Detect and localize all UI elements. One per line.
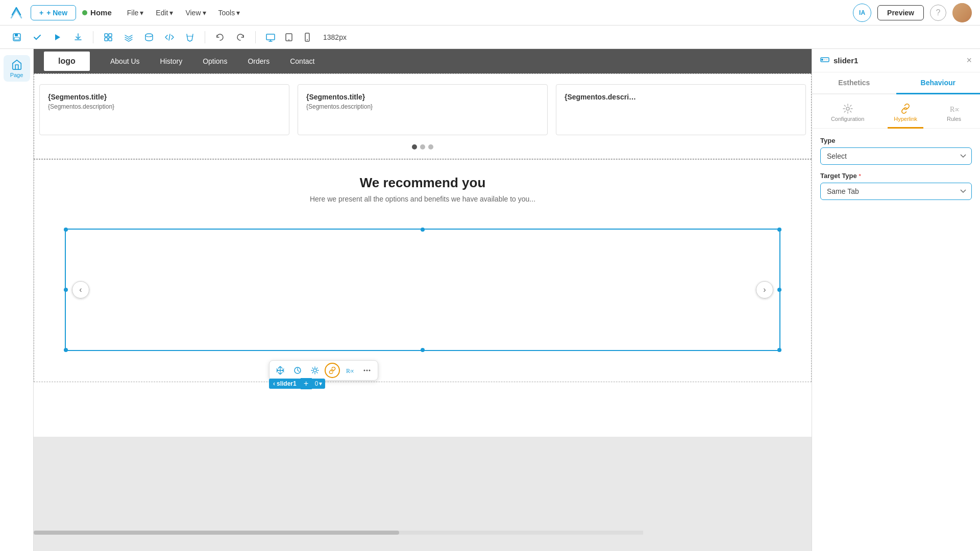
svg-point-16 [364,370,365,371]
ft-settings-button[interactable] [307,363,323,378]
html-button[interactable] [181,29,199,46]
slider1-add-button[interactable]: + [301,378,312,389]
svg-point-22 [826,59,827,60]
nav-orders[interactable]: Orders [237,49,280,73]
svg-rect-8 [266,34,275,40]
edit-menu[interactable]: Edit ▾ [151,7,178,19]
slider1-num[interactable]: 0 ▾ [312,379,326,389]
data-button[interactable] [140,29,158,46]
ft-hyperlink-button[interactable] [325,363,340,378]
svg-rect-4 [105,34,108,37]
subtab-rules[interactable]: R∞ Rules [941,101,967,129]
topbar-right: IA Preview ? [853,3,972,22]
home-indicator: Home [82,8,112,17]
required-indicator: * [859,173,861,179]
mobile-button[interactable] [299,29,316,46]
handle-bl[interactable] [64,348,68,352]
website-preview: logo About Us History Options Orders Con… [34,49,812,437]
panel-header: slider1 × [812,49,980,72]
panel-slider-icon [820,56,829,65]
nav-about[interactable]: About Us [100,49,150,73]
save-button[interactable] [8,29,26,46]
user-avatar[interactable] [952,3,972,22]
slider-next-button[interactable]: › [756,281,773,298]
sidebar-page-label: Page [10,72,23,78]
handle-br[interactable] [777,348,781,352]
ft-more-button[interactable] [359,363,375,378]
slider-dots [39,140,806,154]
app-logo[interactable] [8,5,24,21]
tablet-button[interactable] [280,29,298,46]
avatar-image [952,3,972,22]
svg-point-10 [288,39,289,40]
ft-move-button[interactable] [273,363,288,378]
subtab-configuration[interactable]: Configuration [825,101,870,129]
separator-2 [205,31,205,43]
repeater-section: {Segmentos.title} {Segmentos.description… [34,73,812,159]
tab-esthetics[interactable]: Esthetics [812,72,896,94]
help-button[interactable]: ? [930,5,946,21]
tools-menu[interactable]: Tools ▾ [213,7,246,19]
horizontal-scrollbar[interactable] [34,531,643,535]
svg-rect-6 [105,38,108,41]
slider1-name: slider1 [277,380,297,387]
preview-logo: logo [44,52,90,71]
components-button[interactable] [100,29,117,46]
right-panel: slider1 × Esthetics Behaviour Configurat… [812,49,980,551]
dot-3[interactable] [428,144,433,149]
home-text: Home [90,8,112,17]
file-menu[interactable]: File ▾ [122,7,149,19]
slider-widget[interactable]: ‹ › [65,229,780,351]
recommend-section: We recommend you Here we present all the… [34,159,812,382]
px-value-display: 1382px [319,33,351,41]
target-type-select[interactable]: Same Tab New Tab Popup [820,183,972,200]
check-button[interactable] [29,29,46,46]
card-desc-2: {Segmentos.description} [306,103,539,110]
subtab-rules-label: Rules [947,116,961,122]
dot-1[interactable] [412,144,417,149]
slider-prev-button[interactable]: ‹ [72,281,89,298]
left-sidebar: Page [0,49,34,551]
sidebar-item-page[interactable]: Page [4,55,30,82]
view-menu[interactable]: View ▾ [180,7,211,19]
ft-responsive-button[interactable]: R∞ [342,363,357,378]
nav-contact[interactable]: Contact [280,49,325,73]
type-select[interactable]: Select URL Page Email Phone Anchor [820,147,972,165]
nav-options[interactable]: Options [192,49,237,73]
subtab-hyperlink[interactable]: Hyperlink [888,101,923,129]
home-dot-icon [82,10,87,15]
ft-circle-button[interactable] [290,363,305,378]
preview-button[interactable]: Preview [877,5,924,20]
redo-button[interactable] [232,29,249,46]
tab-behaviour[interactable]: Behaviour [896,72,981,94]
new-button[interactable]: + + New [31,5,76,20]
type-field-label: Type [820,137,972,144]
separator-1 [93,31,93,43]
main-layout: Page logo About Us History Options Order… [0,49,980,551]
handle-bc[interactable] [421,348,425,352]
code-button[interactable] [161,29,178,46]
subtab-hyperlink-label: Hyperlink [894,116,917,122]
slider1-tag[interactable]: ‹ slider1 [269,379,301,389]
ia-button[interactable]: IA [853,4,871,22]
panel-close-button[interactable]: × [966,55,972,66]
preview-nav: logo About Us History Options Orders Con… [34,49,812,73]
toolbar: 1382px [0,26,980,49]
plus-icon: + [39,9,43,17]
svg-point-12 [307,39,308,40]
play-button[interactable] [49,29,66,46]
dot-2[interactable] [420,144,425,149]
svg-marker-3 [55,34,60,40]
nav-history[interactable]: History [150,49,193,73]
desktop-button[interactable] [262,29,279,46]
slider-card-1: {Segmentos.title} {Segmentos.description… [39,84,289,135]
card-title-3: {Segmentos.descri… [565,93,797,101]
layers-button[interactable] [120,29,137,46]
canvas-area[interactable]: logo About Us History Options Orders Con… [34,49,812,551]
floating-toolbar: R∞ [269,360,378,381]
device-buttons [262,29,316,46]
undo-button[interactable] [211,29,229,46]
panel-title-row: slider1 [820,56,858,65]
export-button[interactable] [69,29,87,46]
svg-rect-1 [15,34,18,36]
